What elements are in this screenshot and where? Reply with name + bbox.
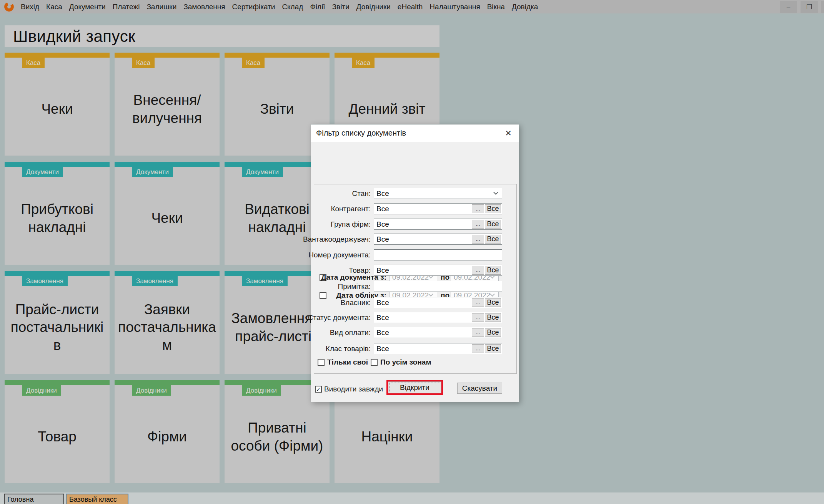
tile-cheky-kasa[interactable]: Каса Чеки: [5, 53, 110, 156]
menu-item-platezhi[interactable]: Платежі: [109, 3, 143, 11]
tile-cheky-dokumenty[interactable]: Документи Чеки: [115, 162, 220, 265]
tile-prybutkovi-nakladni[interactable]: Документи Прибуткові накладні: [5, 162, 110, 265]
field-vyd-oplaty-row: Вид оплати: Все ... Все: [374, 327, 502, 338]
tile-label: Фірми: [115, 396, 220, 478]
field-vyd-oplaty-browse-button[interactable]: ...: [472, 328, 484, 337]
tile-tovar[interactable]: Довідники Товар: [5, 380, 110, 483]
menu-item-ehealth[interactable]: eHealth: [394, 3, 426, 11]
field-grupa-firm-label: Група фірм:: [331, 219, 371, 230]
menu-item-filii[interactable]: Філії: [306, 3, 328, 11]
tile-category-bar: [5, 380, 110, 385]
always-show-checkbox[interactable]: ✓: [315, 386, 322, 393]
field-vantazhooderzhuvach-browse-button[interactable]: ...: [472, 235, 484, 244]
field-grupa-firm-all-button[interactable]: Все: [485, 220, 501, 229]
field-vantazhooderzhuvach-input[interactable]: Все ... Все: [374, 234, 502, 245]
app-window: Вихід Каса Документи Платежі Залишки Зам…: [0, 0, 824, 504]
field-tovar-all-button[interactable]: Все: [485, 266, 501, 275]
close-window-button[interactable]: ✕: [821, 1, 824, 13]
tab-bazovyi-klass[interactable]: Базовый класс: [66, 494, 128, 504]
field-status-dokumenta-browse-button[interactable]: ...: [472, 313, 484, 322]
tab-holovna[interactable]: Головна: [4, 494, 64, 504]
all-zones-checkbox[interactable]: [371, 359, 378, 366]
tile-category-bar: [5, 53, 110, 58]
restore-button[interactable]: ❐: [801, 1, 818, 13]
field-stan-select[interactable]: Все: [374, 188, 502, 199]
menu-item-dovidnyky[interactable]: Довідники: [353, 3, 394, 11]
menu-item-dokumenty[interactable]: Документи: [66, 3, 109, 11]
field-klas-tovariv-browse-button[interactable]: ...: [472, 344, 484, 353]
tile-label: Націнки: [335, 396, 439, 478]
tile-category-tag: Замовлення: [132, 276, 178, 286]
field-kontragent-row: Контрагент: Все ... Все: [374, 203, 502, 214]
field-tovar-value: Все: [376, 266, 389, 275]
tile-price-lysty-postachalnykiv[interactable]: Замовлення Прайс-листи постачальників: [5, 271, 110, 374]
chevron-down-icon: [493, 190, 498, 195]
field-vantazhooderzhuvach-row: Вантажоодержувач: Все ... Все: [374, 234, 502, 245]
cancel-button[interactable]: Скасувати: [457, 383, 502, 394]
field-tovar-label: Товар:: [349, 265, 371, 276]
menu-item-kasa[interactable]: Каса: [43, 3, 66, 11]
field-kontragent-label: Контрагент:: [331, 203, 371, 214]
field-klas-tovariv-row: Клас товарів: Все ... Все: [374, 343, 502, 354]
tile-category-bar: [335, 53, 439, 58]
menu-item-sertyfikaty[interactable]: Сертифікати: [229, 3, 279, 11]
menu-item-sklad[interactable]: Склад: [278, 3, 306, 11]
only-own-label: Тільки свої: [327, 358, 368, 366]
field-tovar-browse-button[interactable]: ...: [472, 266, 484, 275]
menu-item-zalyshky[interactable]: Залишки: [143, 3, 180, 11]
field-tovar-input[interactable]: Все ... Все: [374, 265, 502, 276]
field-grupa-firm-input[interactable]: Все ... Все: [374, 219, 502, 230]
field-vantazhooderzhuvach-all-button[interactable]: Все: [485, 235, 501, 244]
only-own-checkbox-group: Тільки свої: [318, 358, 368, 366]
field-vyd-oplaty-label: Вид оплати:: [330, 327, 371, 338]
field-vlasnyk-input[interactable]: Все ... Все: [374, 297, 502, 308]
field-stan-value: Все: [376, 189, 389, 198]
field-status-dokumenta-input[interactable]: Все ... Все: [374, 312, 502, 323]
menu-item-zamovlennya[interactable]: Замовлення: [180, 3, 228, 11]
tile-category-tag: Каса: [132, 58, 155, 68]
field-kontragent-all-button[interactable]: Все: [485, 204, 501, 213]
menu-items: Вихід Каса Документи Платежі Залишки Зам…: [17, 3, 541, 11]
field-vlasnyk-browse-button[interactable]: ...: [472, 298, 484, 307]
field-nomer-dokumenta-label: Номер документа:: [308, 249, 371, 260]
tile-zayavky-postachalnykam[interactable]: Замовлення Заявки постачальникам: [115, 271, 220, 374]
field-vlasnyk-all-button[interactable]: Все: [485, 298, 501, 307]
always-show-checkbox-group: ✓ Виводити завжди: [315, 385, 383, 393]
field-vyd-oplaty-value: Все: [376, 328, 389, 337]
menu-item-nalashtuvannya[interactable]: Налаштування: [426, 3, 483, 11]
field-kontragent-input[interactable]: Все ... Все: [374, 203, 502, 214]
field-grupa-firm-row: Група фірм: Все ... Все: [374, 219, 502, 230]
open-button[interactable]: Відкрити: [388, 381, 441, 393]
window-controls: – ❐ ✕: [780, 1, 824, 13]
field-nomer-dokumenta-input[interactable]: [374, 249, 502, 260]
field-vyd-oplaty-all-button[interactable]: Все: [485, 328, 501, 337]
tile-category-bar: [5, 162, 110, 167]
menu-item-vikna[interactable]: Вікна: [484, 3, 508, 11]
field-grupa-firm-browse-button[interactable]: ...: [472, 220, 484, 229]
field-klas-tovariv-all-button[interactable]: Все: [485, 344, 501, 353]
tile-category-bar: [115, 380, 220, 385]
filter-dialog: Фільтр списку документів ✕ Дата документ…: [311, 124, 519, 402]
tile-vnesennya-vyluchennya[interactable]: Каса Внесення/вилучення: [115, 53, 220, 156]
field-prymitka-input[interactable]: [374, 281, 502, 292]
only-own-checkbox[interactable]: [318, 359, 325, 366]
field-kontragent-browse-button[interactable]: ...: [472, 204, 484, 213]
tile-category-bar: [5, 271, 110, 276]
menu-item-zvity[interactable]: Звіти: [329, 3, 353, 11]
menu-item-dovidka[interactable]: Довідка: [508, 3, 541, 11]
tile-firmy[interactable]: Довідники Фірми: [115, 380, 220, 483]
tile-label: Прайс-листи постачальників: [5, 286, 110, 369]
field-status-dokumenta-all-button[interactable]: Все: [485, 313, 501, 322]
menu-item-vykhid[interactable]: Вихід: [17, 3, 43, 11]
field-vyd-oplaty-input[interactable]: Все ... Все: [374, 327, 502, 338]
field-klas-tovariv-input[interactable]: Все ... Все: [374, 343, 502, 354]
tile-category-tag: Документи: [22, 167, 63, 177]
open-button-highlight: Відкрити: [386, 380, 443, 395]
tile-category-bar: [225, 53, 330, 58]
dialog-titlebar: Фільтр списку документів ✕: [311, 124, 519, 142]
dialog-close-icon[interactable]: ✕: [503, 128, 514, 139]
always-show-label: Виводити завжди: [324, 385, 383, 393]
tile-category-bar: [115, 53, 220, 58]
minimize-button[interactable]: –: [780, 1, 797, 13]
tile-category-tag: Замовлення: [242, 276, 288, 286]
